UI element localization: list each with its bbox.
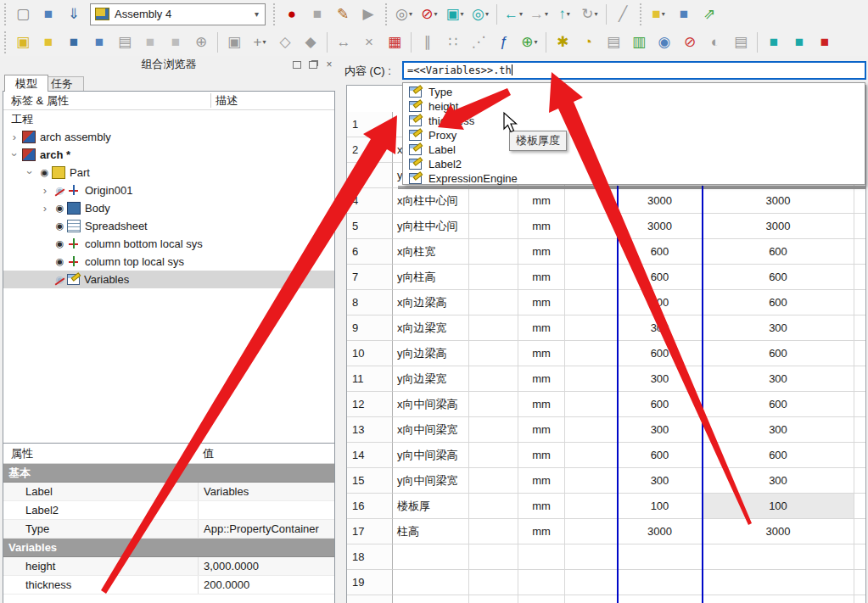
insert-link-icon[interactable]: ■ (139, 31, 161, 53)
new-file-icon[interactable]: ▢ (12, 3, 34, 25)
cell-label[interactable]: y向柱中心间距 (393, 214, 469, 239)
macro-edit-icon[interactable]: ✎ (332, 3, 354, 25)
insert-part-icon[interactable]: ▤ (114, 31, 136, 53)
cell[interactable] (565, 570, 618, 595)
cell[interactable] (854, 290, 865, 315)
autocomplete-item-proxy[interactable]: Proxy (403, 128, 865, 142)
cell[interactable] (854, 443, 865, 468)
cell[interactable] (854, 519, 865, 544)
cell-label[interactable]: 楼板厚 (393, 494, 469, 519)
cell-unit[interactable]: mm (518, 519, 565, 544)
add-variable-icon[interactable]: ⊕▾ (518, 31, 540, 53)
cell-label[interactable]: y向柱高 (393, 265, 469, 290)
macro-stop-icon[interactable]: ■ (306, 3, 328, 25)
cell[interactable] (565, 519, 618, 544)
cell-unit[interactable]: mm (518, 366, 565, 392)
autocomplete-item-expressionengine[interactable]: ExpressionEngine (403, 171, 865, 186)
macro-play-icon[interactable]: ▶ (357, 3, 379, 25)
row-header[interactable]: 14 (347, 443, 393, 468)
tree-item-arch-assembly[interactable]: ›arch assembly (3, 128, 334, 146)
property-group-variables[interactable]: Variables (3, 539, 334, 557)
cell[interactable] (469, 443, 518, 468)
cell[interactable] (565, 544, 618, 570)
cell-value[interactable]: 600 (618, 341, 703, 366)
cell-value[interactable]: 300 (618, 366, 703, 392)
new-part-icon[interactable]: ■▾ (647, 3, 669, 25)
variant-link-icon[interactable]: ▦ (384, 31, 406, 53)
insert-fastener-icon[interactable]: ⊕ (190, 31, 212, 53)
box-selection-icon[interactable]: ▣▾ (444, 3, 466, 25)
hide-lcs-icon[interactable]: ⊘ (679, 31, 701, 53)
configuration-table-icon[interactable]: ▥ (628, 31, 650, 53)
nav-up-icon[interactable]: ↑▾ (553, 3, 575, 25)
cell-label[interactable]: x向柱中心间距 (393, 188, 469, 214)
cell[interactable] (565, 417, 618, 443)
cell-value[interactable]: 300 (703, 366, 854, 392)
row-header[interactable]: 17 (347, 519, 393, 544)
cell[interactable] (469, 341, 518, 366)
cell[interactable] (565, 214, 618, 239)
zoom-region-icon[interactable]: ◎▾ (469, 3, 491, 25)
cell-value[interactable]: 3000 (703, 214, 854, 239)
cell-unit[interactable] (518, 595, 565, 603)
cell-unit[interactable]: mm (518, 494, 565, 519)
tree-item-body[interactable]: ›◉Body (3, 199, 334, 217)
translate-part-icon[interactable]: ↔ (333, 31, 355, 53)
tree-item-part[interactable]: ›◉Part (3, 164, 334, 181)
cell[interactable] (469, 570, 518, 595)
cell[interactable] (854, 188, 865, 214)
cell-label[interactable]: x向边梁高 (393, 290, 469, 315)
clipping-plane-icon[interactable]: ⊘▾ (418, 3, 440, 25)
cube-vertex-icon[interactable]: ■ (763, 31, 785, 53)
formula-input[interactable]: =<<Variables>>.th (402, 61, 866, 80)
autocomplete-item-type[interactable]: Type (403, 85, 865, 99)
cell[interactable] (469, 366, 518, 392)
group-folder-icon[interactable]: ■ (673, 3, 695, 25)
row-header[interactable]: 9 (347, 315, 393, 341)
cell-unit[interactable]: mm (518, 239, 565, 265)
cell[interactable] (565, 443, 618, 468)
cell-value[interactable]: 100 (618, 494, 703, 519)
cell[interactable] (565, 468, 618, 494)
row-header[interactable]: 1 (347, 112, 393, 137)
cell-unit[interactable]: mm (518, 417, 565, 443)
cell[interactable] (469, 544, 518, 570)
row-header[interactable]: 8 (347, 290, 393, 315)
cell[interactable] (469, 519, 518, 544)
cell[interactable] (854, 570, 865, 595)
autocomplete-item-thickness[interactable]: thickness (403, 114, 865, 128)
cell[interactable] (854, 544, 865, 570)
macro-record-icon[interactable]: ● (281, 3, 303, 25)
tree-item-arch-[interactable]: ›arch * (3, 146, 334, 164)
cell[interactable] (565, 315, 618, 341)
cell[interactable] (469, 290, 518, 315)
toolbar-grip[interactable] (384, 3, 389, 25)
cell[interactable] (469, 188, 518, 214)
cell-value[interactable]: 300 (703, 468, 854, 494)
tree-item-column-bottom-local-sys[interactable]: ◉column bottom local sys (3, 235, 334, 253)
animate-icon[interactable]: ✱ (552, 31, 574, 53)
cell-value[interactable]: 600 (618, 265, 703, 290)
cell[interactable] (854, 214, 865, 239)
toolbar-grip[interactable] (638, 3, 643, 25)
tree-root-application[interactable]: 工程 (3, 110, 334, 128)
cell-value[interactable]: 600 (618, 392, 703, 417)
cell-unit[interactable]: mm (518, 214, 565, 239)
cell-label[interactable] (393, 544, 469, 570)
cell-value[interactable]: 600 (618, 290, 703, 315)
panel-close-button[interactable]: × (324, 59, 334, 70)
row-header[interactable]: 16 (347, 494, 393, 519)
fit-all-icon[interactable]: ◎▾ (393, 3, 415, 25)
cell[interactable] (565, 239, 618, 265)
row-header[interactable]: 19 (347, 570, 393, 595)
cube-face-icon[interactable]: ■ (814, 31, 836, 53)
cell[interactable] (469, 417, 518, 443)
expander-open-icon[interactable]: › (8, 148, 21, 163)
cell-label[interactable] (393, 595, 469, 603)
linear-array-icon[interactable]: ∷ (442, 31, 464, 53)
cell[interactable] (854, 366, 865, 392)
cell-value[interactable]: 3000 (618, 188, 703, 214)
nav-forward-icon[interactable]: →▾ (528, 3, 550, 25)
cell[interactable] (854, 595, 865, 603)
property-value[interactable]: 200.0000 (199, 576, 334, 594)
